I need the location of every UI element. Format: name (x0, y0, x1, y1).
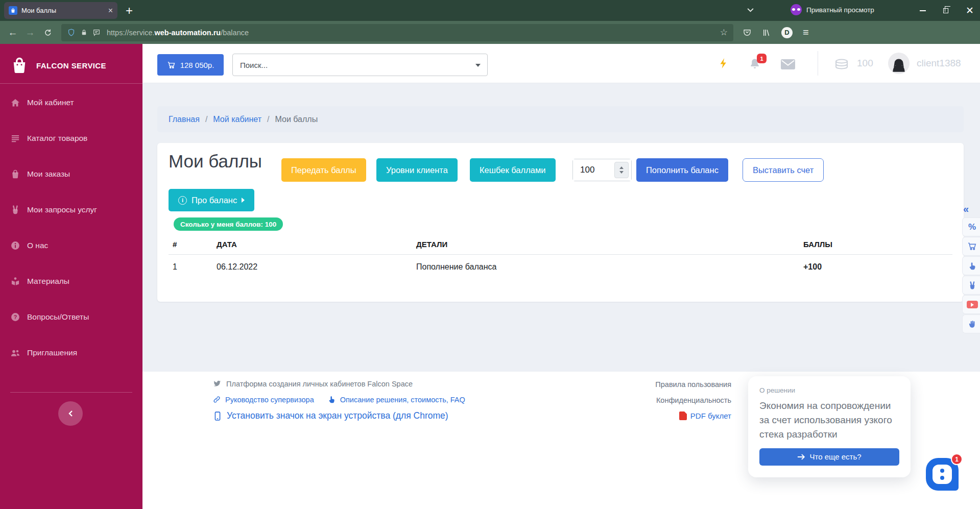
pocket-icon[interactable] (743, 28, 752, 37)
tab-close-icon[interactable]: × (108, 7, 113, 15)
topup-balance-button[interactable]: Пополнить баланс (636, 158, 728, 182)
forward-button[interactable]: → (21, 24, 39, 41)
spinner-up-icon[interactable] (619, 166, 624, 169)
brand[interactable]: FALCON SERVICE (0, 44, 142, 75)
url-text[interactable]: https://service.web-automation.ru/balanc… (107, 29, 249, 37)
question-icon: ? (10, 312, 20, 322)
install-icon-link[interactable]: Установить значок на экран устройства (д… (212, 410, 448, 421)
solution-description-label: Описание решения, стоимость, FAQ (340, 396, 465, 404)
breadcrumb-separator: / (205, 115, 207, 124)
search-select[interactable] (232, 54, 488, 76)
sidebar-item-service-requests[interactable]: Мои запросы услуг (0, 192, 142, 228)
sidebar-item-label: О нас (27, 241, 48, 250)
transfer-points-button[interactable]: Передать баллы (281, 158, 366, 182)
bookmark-star-icon[interactable]: ☆ (720, 27, 728, 38)
right-rail: % (962, 217, 980, 333)
private-mask-icon (791, 4, 802, 15)
col-date: ДАТА (212, 236, 412, 255)
sidebar-item-catalog[interactable]: Каталог товаров (0, 120, 142, 156)
private-browsing-label: Приватный просмотр (806, 6, 874, 14)
sidebar-item-faq[interactable]: ? Вопросы/Ответы (0, 299, 142, 335)
tab-list-chevron-icon[interactable] (747, 6, 754, 14)
number-spinner[interactable] (614, 162, 629, 178)
window-minimize-icon[interactable] (920, 10, 926, 11)
pdf-booklet-link[interactable]: PDF буклет (679, 411, 731, 420)
url-bar[interactable]: https://service.web-automation.ru/balanc… (61, 24, 733, 41)
breadcrumb-cabinet-link[interactable]: Мой кабинет (213, 115, 261, 124)
sidebar: FALCON SERVICE Мой кабинет Каталог товар… (0, 44, 142, 509)
spinner-down-icon[interactable] (619, 171, 624, 174)
info-icon: i (178, 196, 187, 205)
back-button[interactable]: ← (4, 24, 21, 41)
rail-point-button[interactable] (962, 256, 980, 275)
window-restore-icon[interactable] (943, 8, 948, 13)
rail-cart-button[interactable] (962, 237, 980, 256)
cart-total: 128 050р. (180, 61, 214, 69)
promo-title: О решении (759, 386, 899, 394)
sidebar-item-cabinet[interactable]: Мой кабинет (0, 85, 142, 120)
about-balance-label: Про баланс (192, 196, 237, 205)
col-details: ДЕТАЛИ (412, 236, 799, 255)
client-levels-button[interactable]: Уровни клиента (376, 158, 458, 182)
supervisor-guide-link[interactable]: Руководство супервизора (212, 395, 314, 404)
tracking-shield-icon[interactable] (67, 28, 76, 37)
breadcrumb-home-link[interactable]: Главная (169, 115, 200, 124)
invoice-button[interactable]: Выставить счет (743, 158, 824, 182)
sidebar-item-label: Каталог товаров (27, 134, 87, 143)
extension-account-icon[interactable]: D (781, 27, 793, 38)
col-num: # (169, 236, 212, 255)
shopping-bag-icon (10, 169, 20, 179)
terms-link[interactable]: Правила пользования (655, 380, 731, 389)
sidebar-item-materials[interactable]: Материалы (0, 263, 142, 299)
window-close-icon[interactable]: ✕ (966, 6, 974, 15)
chat-icon (933, 465, 952, 484)
sidebar-item-orders[interactable]: Мои заказы (0, 156, 142, 192)
cashback-button[interactable]: Кешбек баллами (470, 158, 556, 182)
cart-icon (967, 241, 977, 251)
list-icon (10, 133, 20, 143)
reload-button[interactable] (39, 24, 56, 41)
sidebar-item-label: Вопросы/Ответы (27, 312, 89, 322)
cell-details: Пополнение баланса (412, 255, 799, 278)
envelope-icon[interactable] (781, 59, 795, 69)
permissions-icon[interactable] (92, 29, 101, 37)
new-tab-button[interactable]: + (126, 5, 133, 17)
sidebar-item-label: Мой кабинет (27, 98, 74, 107)
breadcrumb-current: Мои баллы (275, 115, 318, 124)
sidebar-item-invitations[interactable]: Приглашения (0, 335, 142, 371)
page-title: Мои баллы (169, 151, 262, 172)
rail-collapse-left-icon[interactable]: « (963, 203, 969, 215)
search-input[interactable] (233, 54, 487, 76)
victory-hand-icon (968, 281, 977, 290)
rail-percent-button[interactable]: % (962, 217, 980, 236)
rail-hand-button[interactable] (962, 314, 980, 333)
promo-more-button[interactable]: Что еще есть? (759, 448, 899, 466)
avatar[interactable] (888, 53, 910, 74)
rail-victory-button[interactable] (962, 276, 980, 295)
link-icon (212, 395, 221, 404)
library-icon[interactable] (762, 28, 771, 37)
browser-nav-bar: ← → https://service.web-automation.ru/ba… (0, 21, 980, 44)
sidebar-divider (0, 83, 142, 84)
menu-hamburger-icon[interactable]: ≡ (803, 27, 809, 38)
sidebar-item-about[interactable]: О нас (0, 228, 142, 263)
browser-tab[interactable]: Мои баллы × (4, 2, 117, 19)
privacy-link[interactable]: Конфиденциальность (656, 396, 731, 404)
lock-icon[interactable] (80, 29, 88, 36)
about-balance-button[interactable]: i Про баланс (169, 189, 254, 211)
cart-button[interactable]: 128 050р. (157, 54, 224, 76)
solution-description-link[interactable]: Описание решения, стоимость, FAQ (327, 395, 465, 404)
balance-badge: Сколько у меня баллов: 100 (174, 217, 283, 231)
chevron-down-icon[interactable] (475, 64, 481, 67)
amount-input-wrap (572, 159, 632, 181)
coins-icon (834, 59, 849, 70)
tab-title: Мои баллы (21, 7, 108, 14)
mobile-icon (212, 411, 223, 421)
sidebar-collapse-button[interactable] (58, 401, 83, 426)
username[interactable]: client1388 (917, 58, 961, 69)
lightning-icon[interactable] (718, 57, 730, 69)
svg-text:?: ? (14, 314, 17, 320)
pdf-booklet-label: PDF буклет (690, 411, 731, 420)
rail-youtube-button[interactable] (962, 295, 980, 314)
info-icon (10, 240, 20, 251)
